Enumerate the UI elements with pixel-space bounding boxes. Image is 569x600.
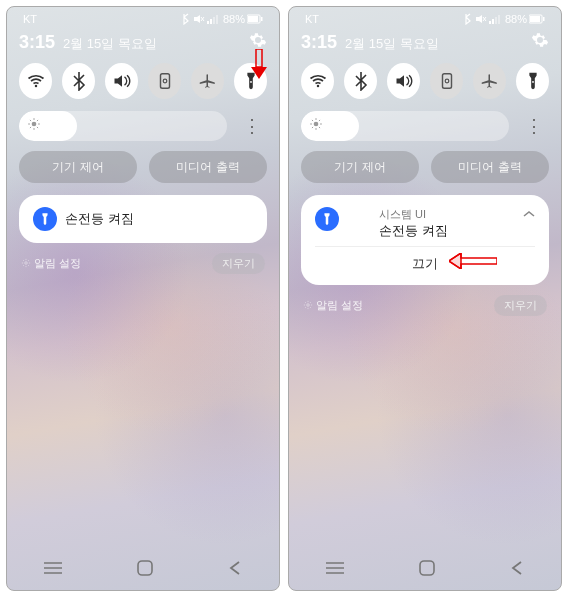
notification-settings-button[interactable]: 알림 설정 — [303, 298, 363, 313]
status-bar: KT 88% — [301, 7, 549, 29]
flashlight-notif-icon — [33, 207, 57, 231]
airplane-toggle[interactable] — [473, 63, 506, 99]
quick-settings-more-button[interactable]: ⋮ — [519, 115, 549, 137]
chevron-up-icon — [523, 210, 535, 218]
brightness-row: ⋮ — [301, 111, 549, 141]
svg-line-51 — [312, 127, 313, 128]
notification-footer: 알림 설정 지우기 — [301, 295, 549, 322]
notification-expanded[interactable]: 시스템 UI 손전등 켜짐 끄기 — [301, 195, 549, 285]
svg-rect-34 — [495, 17, 497, 24]
svg-point-42 — [532, 81, 534, 83]
control-pills: 기기 제어 미디어 출력 — [301, 151, 549, 183]
notification-footer: 알림 설정 지우기 — [19, 253, 267, 280]
flashlight-toggle[interactable] — [516, 63, 549, 99]
svg-point-43 — [314, 122, 319, 127]
portrait-toggle[interactable] — [148, 63, 181, 99]
svg-rect-38 — [543, 17, 545, 21]
svg-line-21 — [37, 127, 38, 128]
svg-rect-28 — [138, 561, 152, 575]
battery-icon — [529, 14, 545, 24]
portrait-toggle[interactable] — [430, 63, 463, 99]
svg-point-24 — [25, 262, 28, 265]
nav-recents[interactable] — [326, 561, 344, 579]
carrier-label: KT — [305, 13, 319, 25]
gear-small-icon — [303, 300, 313, 310]
sound-toggle[interactable] — [105, 63, 138, 99]
carrier-label: KT — [23, 13, 37, 25]
gear-small-icon — [21, 258, 31, 268]
brightness-slider[interactable] — [19, 111, 227, 141]
brightness-slider[interactable] — [301, 111, 509, 141]
signal-icon — [489, 14, 503, 24]
media-output-button[interactable]: 미디어 출력 — [431, 151, 549, 183]
bluetooth-icon — [181, 13, 191, 25]
collapse-caret-icon[interactable] — [523, 207, 535, 221]
clock-date: 2월 15일 목요일 — [63, 35, 157, 53]
time-row: 3:15 2월 15일 목요일 — [301, 29, 549, 63]
bluetooth-toggle[interactable] — [344, 63, 377, 99]
svg-rect-6 — [216, 15, 218, 24]
quick-settings-more-button[interactable]: ⋮ — [237, 115, 267, 137]
svg-rect-0 — [194, 17, 197, 21]
brightness-row: ⋮ — [19, 111, 267, 141]
svg-point-39 — [316, 85, 319, 88]
status-right: 88% — [181, 13, 263, 25]
clear-notifications-button[interactable]: 지우기 — [494, 295, 547, 316]
notification-settings-button[interactable]: 알림 설정 — [21, 256, 81, 271]
clock-time: 3:15 — [19, 32, 55, 53]
svg-rect-29 — [476, 17, 479, 21]
notification-app-name: 시스템 UI — [379, 207, 448, 222]
flashlight-icon — [526, 71, 540, 91]
svg-rect-3 — [207, 21, 209, 24]
nav-home[interactable] — [419, 560, 435, 580]
svg-point-52 — [307, 304, 310, 307]
nav-back[interactable] — [228, 560, 242, 580]
svg-rect-33 — [492, 19, 494, 24]
svg-line-48 — [312, 120, 313, 121]
bluetooth-icon — [71, 71, 87, 91]
time-row: 3:15 2월 15일 목요일 — [19, 29, 267, 63]
nav-bar — [7, 560, 279, 580]
svg-rect-35 — [498, 15, 500, 24]
phone-right: KT 88% 3:15 2월 15일 목요일 — [288, 6, 562, 591]
settings-gear-button[interactable] — [531, 31, 549, 53]
phone-left: KT 88% 3:15 2월 15일 목요일 — [6, 6, 280, 591]
svg-line-50 — [319, 120, 320, 121]
notification-collapsed[interactable]: 손전등 켜짐 — [19, 195, 267, 243]
svg-rect-37 — [530, 16, 540, 22]
device-control-button[interactable]: 기기 제어 — [19, 151, 137, 183]
battery-icon — [247, 14, 263, 24]
sound-icon — [112, 72, 132, 90]
wifi-icon — [26, 71, 46, 91]
svg-point-11 — [34, 85, 37, 88]
volume-mute-icon — [475, 14, 487, 24]
clear-notifications-button[interactable]: 지우기 — [212, 253, 265, 274]
svg-rect-40 — [442, 74, 451, 88]
rotate-lock-icon — [157, 72, 173, 90]
svg-rect-4 — [210, 19, 212, 24]
device-control-button[interactable]: 기기 제어 — [301, 151, 419, 183]
wifi-toggle[interactable] — [19, 63, 52, 99]
rotate-lock-icon — [439, 72, 455, 90]
nav-recents[interactable] — [44, 561, 62, 579]
airplane-toggle[interactable] — [191, 63, 224, 99]
battery-percent: 88% — [505, 13, 527, 25]
svg-rect-8 — [248, 16, 258, 22]
bluetooth-toggle[interactable] — [62, 63, 95, 99]
annotation-arrow-left — [449, 253, 497, 269]
flashlight-toggle[interactable] — [234, 63, 267, 99]
svg-point-13 — [163, 79, 167, 83]
media-output-button[interactable]: 미디어 출력 — [149, 151, 267, 183]
settings-gear-button[interactable] — [249, 31, 267, 53]
bluetooth-icon — [463, 13, 473, 25]
sound-toggle[interactable] — [387, 63, 420, 99]
battery-percent: 88% — [223, 13, 245, 25]
bluetooth-icon — [353, 71, 369, 91]
svg-rect-9 — [261, 17, 263, 21]
brightness-sun-icon — [309, 117, 323, 135]
signal-icon — [207, 14, 221, 24]
nav-back[interactable] — [510, 560, 524, 580]
nav-home[interactable] — [137, 560, 153, 580]
wifi-toggle[interactable] — [301, 63, 334, 99]
notification-action-off[interactable]: 끄기 — [315, 246, 535, 273]
